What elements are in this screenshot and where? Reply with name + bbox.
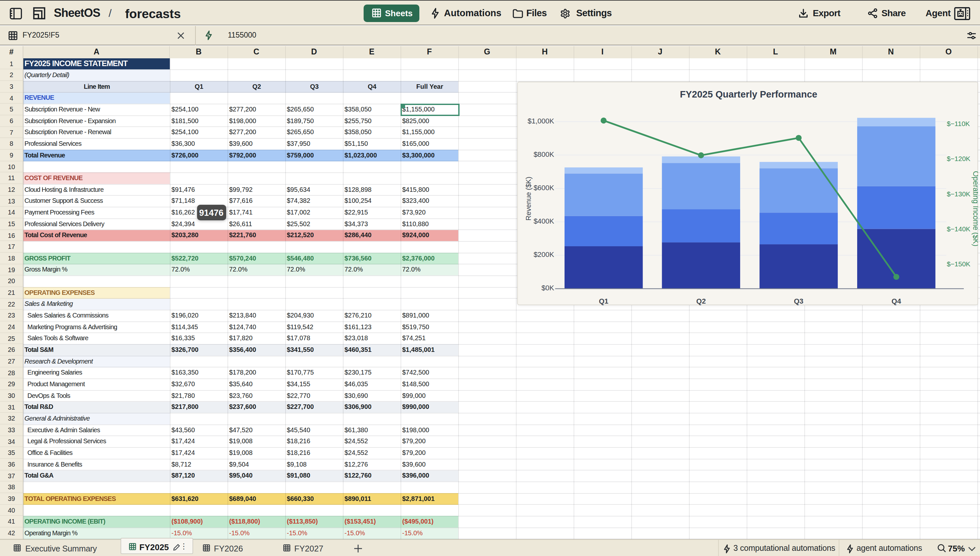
svg-text:$−150K: $−150K [946,260,970,267]
svg-text:FY2025 Quarterly Performance: FY2025 Quarterly Performance [679,89,817,99]
svg-text:$−120K: $−120K [946,155,970,162]
svg-text:Q3: Q3 [794,297,803,305]
svg-text:Q4: Q4 [891,297,901,305]
svg-text:$−140K: $−140K [946,225,970,232]
svg-text:$600K: $600K [533,183,554,191]
svg-text:$800K: $800K [533,150,554,158]
svg-text:$−110K: $−110K [946,120,969,127]
svg-text:$200K: $200K [533,250,554,258]
svg-text:Q1: Q1 [598,297,608,305]
svg-text:Q2: Q2 [696,297,705,305]
svg-text:$1,000K: $1,000K [527,116,554,125]
svg-text:Revenue ($K): Revenue ($K) [524,176,532,220]
svg-text:$0K: $0K [541,283,554,292]
svg-text:$−130K: $−130K [946,190,970,197]
svg-text:$400K: $400K [533,217,554,225]
svg-text:Operating Income ($K): Operating Income ($K) [971,171,978,246]
